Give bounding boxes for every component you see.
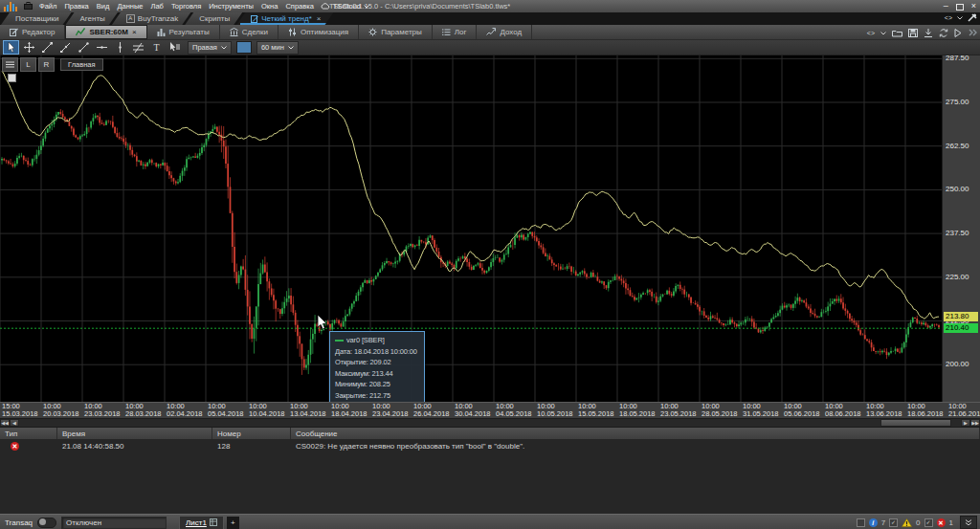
scroll-right-button[interactable]: ▶	[961, 419, 970, 427]
menu-item-Лаб[interactable]: Лаб	[150, 2, 163, 11]
tick-date: 15.03.2018	[2, 410, 38, 418]
menu-item-Правка[interactable]: Правка	[64, 2, 88, 11]
trendline-tool-button[interactable]	[39, 40, 56, 55]
sheet-tab-list1[interactable]: Лист1	[179, 516, 224, 529]
tab-label: Результаты	[169, 28, 210, 36]
menu-item-Торговля[interactable]: Торговля	[171, 2, 201, 11]
price-tick-275.00: 275.00	[946, 98, 969, 107]
doc-tab-Параметры[interactable]: Параметры	[359, 25, 433, 39]
expand-log-button[interactable]	[960, 516, 977, 529]
series-legend-marker[interactable]	[8, 74, 16, 82]
play-icon[interactable]	[954, 29, 962, 37]
text-tool-button[interactable]: T	[148, 40, 165, 55]
segment-tool-button[interactable]	[76, 40, 92, 55]
doc-tab-Редактор[interactable]: Редактор	[0, 25, 65, 39]
tslab-logo-icon	[4, 2, 17, 11]
chart-legend-button[interactable]	[2, 57, 18, 72]
vline-tool-button[interactable]	[112, 40, 128, 55]
chart-panel[interactable]: L R Главная 287.50275.00262.50250.00237.…	[0, 55, 980, 402]
move-tool-button[interactable]	[21, 40, 37, 55]
chart-sheet-tab[interactable]: Главная	[60, 58, 103, 71]
time-tick-30.04.2018: 10:0030.04.2018	[455, 403, 491, 418]
doc-tab-SBER:60M[interactable]: SBER:60M×	[65, 25, 146, 39]
menu-item-Справка[interactable]: Справка	[285, 2, 313, 11]
time-tick-10.04.2018: 10:0010.04.2018	[249, 403, 285, 418]
open-folder-icon[interactable]	[892, 29, 902, 37]
log-col-Номер[interactable]: Номер	[212, 428, 291, 439]
menu-item-Вид[interactable]: Вид	[97, 2, 110, 11]
briefcase-icon	[24, 2, 33, 11]
workspace-tab-BuyTranzak[interactable]: ABuyTranzak	[112, 12, 190, 25]
chevron-down-icon[interactable]	[880, 32, 886, 35]
interval-dropdown[interactable]: 60 мин	[256, 41, 299, 55]
gear-icon	[368, 28, 377, 36]
tick-date: 23.04.2018	[372, 410, 409, 418]
log-row[interactable]: ✕21.08 14:40:58.50128CS0029: Не удается …	[0, 439, 980, 452]
code-icon[interactable]: <>	[867, 30, 875, 36]
ray-tool-button[interactable]	[57, 40, 74, 55]
close-tab-icon[interactable]: ×	[132, 28, 137, 36]
scroll-left-button[interactable]: ◀	[10, 419, 19, 427]
maximize-button[interactable]	[956, 4, 964, 11]
workspace-tab-Скрипты[interactable]: Скрипты	[185, 12, 242, 25]
save-icon[interactable]	[908, 29, 918, 37]
price-chart[interactable]	[0, 55, 943, 402]
log-col-Сообщение[interactable]: Сообщение	[291, 428, 980, 439]
run-agent-icon[interactable]	[968, 29, 977, 37]
tick-date: 28.05.2018	[702, 410, 738, 418]
tick-date: 04.05.2018	[496, 410, 532, 418]
close-button[interactable]: ×	[971, 1, 976, 11]
info-filter-checkbox[interactable]	[857, 518, 865, 527]
price-axis[interactable]: 287.50275.00262.50250.00237.50225.00212.…	[942, 55, 980, 402]
workspace-tab-Поставщики[interactable]: Поставщики	[1, 12, 72, 25]
chevron-down-icon[interactable]	[957, 16, 963, 20]
menu-item-Инструменты[interactable]: Инструменты	[209, 2, 254, 11]
warning-filter-checkbox[interactable]: ✓	[889, 518, 898, 527]
minimize-button[interactable]: –	[944, 1, 948, 11]
connection-toggle[interactable]	[37, 518, 56, 528]
code-icon[interactable]: <>	[945, 14, 952, 21]
select-list-tool-button[interactable]	[167, 40, 183, 55]
doc-tab-Оптимизация[interactable]: Оптимизация	[278, 25, 359, 39]
scroll-far-left-button[interactable]: ◀◀	[0, 419, 10, 427]
doc-tab-Лог[interactable]: Лог	[433, 25, 478, 39]
right-axis-button[interactable]: R	[38, 57, 55, 72]
menu-item-Окна[interactable]: Окна	[261, 2, 278, 11]
menu-item-Файл[interactable]: Файл	[39, 2, 56, 11]
optimization-icon	[288, 28, 297, 36]
workspace-tab-bar: ПоставщикиАгентыABuyTranzakСкриптыЧеткий…	[0, 12, 980, 25]
toggle-knob	[39, 518, 46, 525]
menu-item-Данные[interactable]: Данные	[117, 2, 143, 11]
tab-label: Параметры	[381, 28, 422, 36]
scrollbar-thumb[interactable]	[880, 419, 951, 427]
pointer-tool-button[interactable]	[3, 40, 19, 55]
time-axis[interactable]: 15:0015.03.201810:0020.03.201810:0023.03…	[0, 402, 980, 418]
color-swatch[interactable]	[236, 41, 252, 54]
log-panel[interactable]: ✕21.08 14:40:58.50128CS0029: Не удается …	[0, 439, 980, 514]
workspace-tab-Четкий тренд*[interactable]: Четкий тренд*×	[236, 12, 333, 25]
doc-tab-Доход[interactable]: Доход	[477, 25, 532, 39]
hline-tool-button[interactable]	[94, 40, 110, 55]
tick-date: 28.03.2018	[125, 410, 162, 418]
series-line-icon	[335, 340, 344, 342]
tab-label: Четкий тренд*	[261, 12, 312, 25]
doc-tab-Сделки[interactable]: Сделки	[220, 25, 278, 39]
close-tab-icon[interactable]: ×	[317, 12, 322, 25]
doc-tab-Результаты[interactable]: Результаты	[147, 25, 220, 39]
tools-icon[interactable]	[968, 13, 977, 22]
import-icon[interactable]	[924, 29, 933, 37]
left-axis-button[interactable]: L	[20, 57, 36, 72]
scroll-far-right-button[interactable]: ▶▶	[970, 419, 980, 427]
add-sheet-button[interactable]: +	[227, 517, 239, 529]
log-col-Тип[interactable]: Тип	[0, 428, 57, 439]
log-col-Время[interactable]: Время	[57, 428, 212, 439]
error-filter-checkbox[interactable]: ✓	[924, 518, 933, 527]
tick-date: 18.04.2018	[331, 410, 368, 418]
channel-tool-button[interactable]	[130, 40, 146, 55]
sync-icon[interactable]	[939, 29, 948, 37]
axis-side-dropdown[interactable]: Правая	[188, 41, 232, 55]
tick-date: 23.03.2018	[84, 410, 121, 418]
chart-scrollbar[interactable]: ◀◀ ◀ ▶ ▶▶	[0, 418, 980, 427]
workspace-tab-Агенты[interactable]: Агенты	[66, 12, 118, 25]
time-tick-18.04.2018: 10:0018.04.2018	[331, 403, 368, 418]
